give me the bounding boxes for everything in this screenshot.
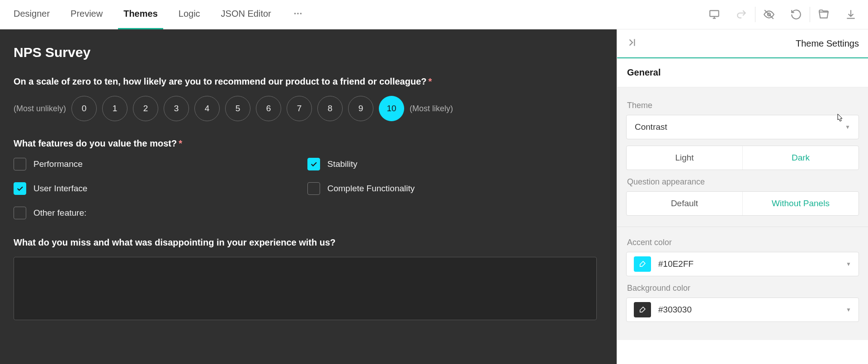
chevron-down-icon: ▼ [845,124,850,130]
tab-json-editor[interactable]: JSON Editor [216,0,277,29]
reset-button[interactable] [783,0,810,29]
rating-7[interactable]: 7 [287,96,312,121]
appearance-without-panels[interactable]: Without Panels [742,192,859,215]
download-icon [845,9,857,20]
question-3-label: What do you miss and what was disappoint… [14,237,603,248]
export-button[interactable] [837,0,864,29]
rating-min-hint: (Most unlikely) [14,104,66,113]
settings-title: Theme Settings [796,38,859,49]
chevron-down-icon: ▼ [846,261,851,267]
required-mark: * [429,76,432,86]
survey-title: NPS Survey [14,45,603,60]
main-tabs: Designer Preview Themes Logic JSON Edito… [0,0,309,29]
eyedropper-icon [638,260,646,268]
check-icon [310,160,318,168]
rating-0[interactable]: 0 [71,96,97,121]
settings-header: Theme Settings [617,29,868,58]
dots-icon [293,9,303,19]
accent-swatch [634,256,651,272]
appearance-label: Question appearance [627,177,858,187]
eye-off-icon [763,9,775,20]
collapse-panel-button[interactable] [626,37,638,50]
checkbox-label: Performance [33,159,83,169]
top-toolbar: Designer Preview Themes Logic JSON Edito… [0,0,868,29]
settings-body: Theme Contrast ▼ Light Dark Question app… [617,87,868,340]
checkbox-box [14,207,26,219]
theme-dropdown[interactable]: Contrast ▼ [626,115,859,139]
accent-color-label: Accent color [627,238,858,247]
import-button[interactable] [810,0,837,29]
tab-preview[interactable]: Preview [65,0,108,29]
background-color-value: #303030 [658,305,692,315]
background-color-picker[interactable]: #303030 ▼ [626,298,859,322]
chevron-down-icon: ▼ [846,307,851,313]
question-1-label: On a scale of zero to ten, how likely ar… [14,76,603,87]
checkbox-complete-functionality[interactable]: Complete Functionality [307,182,552,195]
rating-scale: (Most unlikely) 0 1 2 3 4 5 6 7 8 9 10 (… [14,96,603,121]
svg-point-2 [300,13,302,14]
svg-rect-3 [710,10,719,16]
checkbox-performance[interactable]: Performance [14,158,258,170]
checkbox-box [307,158,320,170]
appearance-default[interactable]: Default [627,192,742,215]
theme-mode-toggle: Light Dark [626,146,859,170]
theme-dropdown-value: Contrast [635,122,667,132]
checkbox-label: User Interface [33,184,87,194]
tab-designer[interactable]: Designer [8,0,55,29]
checkbox-user-interface[interactable]: User Interface [14,182,258,195]
appearance-toggle: Default Without Panels [626,191,859,216]
survey-preview-canvas: NPS Survey On a scale of zero to ten, ho… [0,29,617,364]
rating-5[interactable]: 5 [225,96,250,121]
checkbox-label: Stability [327,159,358,169]
checkbox-other[interactable]: Other feature: [14,207,258,219]
accent-color-picker[interactable]: #10E2FF ▼ [626,252,859,276]
redo-button[interactable] [728,0,755,29]
tab-themes[interactable]: Themes [118,0,163,29]
svg-point-0 [294,13,296,14]
accent-color-value: #10E2FF [658,259,693,269]
monitor-icon [708,9,720,20]
svg-point-1 [297,13,299,14]
question-2-label: What features do you value the most?* [14,138,603,149]
section-general-header[interactable]: General [617,58,868,87]
check-icon [16,184,24,193]
checkbox-stability[interactable]: Stability [307,158,552,170]
undo-icon [790,9,802,20]
visibility-button[interactable] [755,0,783,29]
background-color-label: Background color [627,284,858,293]
checkbox-box [14,158,26,170]
comment-textarea[interactable] [14,257,597,320]
folder-open-icon [818,9,830,20]
device-preview-button[interactable] [701,0,728,29]
checkbox-label: Other feature: [33,208,86,218]
rating-1[interactable]: 1 [102,96,127,121]
toolbar-icons [701,0,868,29]
checkbox-box [307,182,320,195]
required-mark: * [179,138,182,148]
background-swatch [634,302,651,317]
rating-10[interactable]: 10 [379,96,404,121]
feature-checkboxes: Performance Stability User Interface Com… [14,158,603,219]
rating-8[interactable]: 8 [317,96,343,121]
rating-3[interactable]: 3 [164,96,189,121]
checkbox-label: Complete Functionality [327,184,415,194]
mode-light[interactable]: Light [627,146,742,170]
rating-max-hint: (Most likely) [410,104,453,113]
checkbox-box [14,182,26,195]
theme-settings-panel: Theme Settings General Theme Contrast ▼ … [617,29,868,364]
rating-2[interactable]: 2 [133,96,158,121]
rating-4[interactable]: 4 [194,96,220,121]
divider [617,227,868,227]
collapse-right-icon [626,37,638,48]
redo-icon [736,9,747,20]
mode-dark[interactable]: Dark [742,146,859,170]
rating-9[interactable]: 9 [348,96,373,121]
eyedropper-icon [638,306,646,314]
tab-more-button[interactable] [287,9,309,20]
theme-label: Theme [627,101,858,110]
rating-6[interactable]: 6 [256,96,281,121]
tab-logic[interactable]: Logic [173,0,206,29]
